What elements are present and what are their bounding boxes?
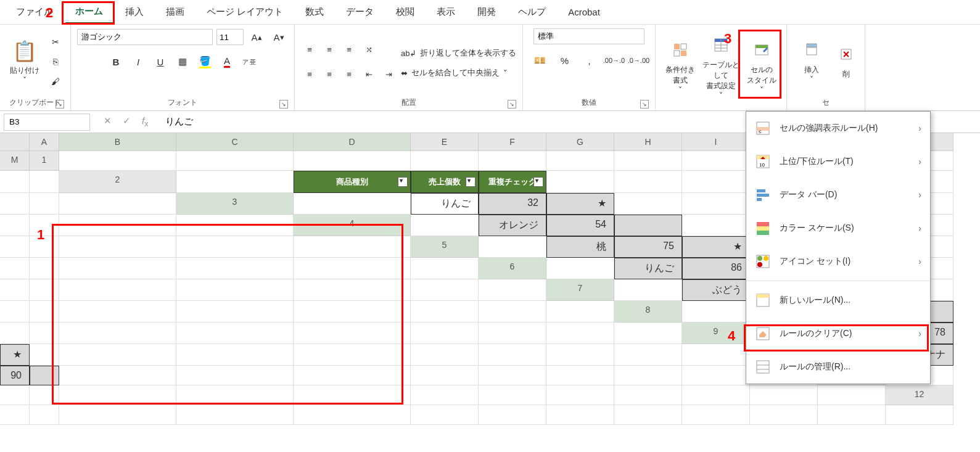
cell[interactable] (0, 193, 30, 215)
insert-function-button[interactable]: fx (142, 115, 148, 128)
font-name-input[interactable] (77, 29, 213, 45)
table-cell[interactable]: りんご (614, 258, 682, 279)
cell[interactable] (30, 344, 59, 366)
cell[interactable] (682, 301, 750, 323)
fill-color-button[interactable]: 🪣 (196, 53, 214, 70)
percent-format-button[interactable]: % (554, 52, 575, 69)
table-cell[interactable]: 桃 (546, 236, 614, 258)
table-cell[interactable]: りんご (411, 193, 479, 215)
number-format-select[interactable] (533, 28, 644, 44)
cell[interactable] (30, 405, 59, 425)
cut-button[interactable]: ✂ (47, 35, 64, 49)
cell[interactable] (479, 344, 546, 366)
column-header[interactable]: C (176, 133, 294, 151)
table-cell[interactable]: 32 (479, 193, 546, 215)
cf-data-bars-item[interactable]: データ バー(D) › (746, 178, 930, 212)
cell[interactable] (546, 258, 614, 279)
comma-format-button[interactable]: , (579, 52, 599, 69)
cell[interactable] (176, 171, 294, 193)
cell[interactable] (294, 323, 411, 344)
cell[interactable] (30, 193, 59, 215)
cell[interactable] (294, 279, 411, 301)
tab-acrobat[interactable]: Acrobat (558, 2, 610, 22)
tab-data[interactable]: データ (336, 1, 384, 23)
cell[interactable] (176, 344, 294, 366)
tab-help[interactable]: ヘルプ (508, 1, 556, 23)
tab-view[interactable]: 表示 (427, 1, 465, 23)
italic-button[interactable]: I (129, 53, 147, 70)
table-header-cell[interactable]: 商品種別 (294, 171, 411, 193)
table-header-cell[interactable]: 重複チェック (479, 171, 546, 193)
cell[interactable] (614, 344, 682, 366)
delete-cells-button[interactable]: 削 (834, 31, 859, 92)
cell[interactable] (411, 323, 479, 344)
cell[interactable] (411, 258, 479, 279)
cell[interactable] (614, 151, 682, 171)
table-cell[interactable]: オレンジ (479, 215, 546, 236)
cell[interactable] (546, 385, 614, 405)
wrap-text-button[interactable]: ab↲ 折り返して全体を表示する (401, 47, 516, 59)
cell[interactable] (294, 366, 411, 385)
cell[interactable] (30, 258, 59, 279)
tab-formulas[interactable]: 数式 (295, 1, 334, 23)
table-cell[interactable]: ★ (0, 344, 30, 366)
table-cell[interactable]: ★ (546, 193, 614, 215)
font-dialog-launcher[interactable]: ↘ (279, 100, 288, 109)
format-painter-button[interactable]: 🖌 (47, 74, 64, 89)
row-header[interactable]: 9 (682, 323, 750, 344)
cell[interactable] (30, 301, 59, 323)
cell[interactable] (59, 323, 176, 344)
cell[interactable] (411, 385, 479, 405)
cell[interactable] (411, 366, 479, 385)
cell[interactable] (614, 366, 682, 385)
align-right-button[interactable]: ≡ (340, 65, 358, 83)
column-header[interactable]: F (479, 133, 546, 151)
cell[interactable] (59, 236, 176, 258)
border-button[interactable]: ▦ (173, 53, 192, 70)
tab-developer[interactable]: 開発 (467, 1, 506, 23)
cell[interactable] (294, 385, 411, 405)
column-header[interactable]: G (546, 133, 614, 151)
cell[interactable] (0, 279, 30, 301)
table-cell[interactable]: 90 (0, 366, 30, 385)
cell-styles-button[interactable]: セルの スタイル ˅ (743, 36, 780, 98)
cf-new-rule-item[interactable]: 新しいルール(N)... (746, 284, 930, 317)
row-header[interactable]: 3 (176, 193, 294, 215)
copy-button[interactable]: ⎘ (47, 54, 64, 69)
cell[interactable] (59, 366, 176, 385)
cell[interactable] (30, 323, 59, 344)
cell[interactable] (411, 301, 479, 323)
cell[interactable] (59, 151, 176, 171)
tab-file[interactable]: ファイル (6, 1, 63, 23)
column-header[interactable]: A (30, 133, 59, 151)
column-header[interactable]: H (614, 133, 682, 151)
select-all-corner[interactable] (0, 133, 30, 151)
insert-cells-button[interactable]: 挿入 ˅ (793, 31, 830, 92)
cell[interactable] (0, 258, 30, 279)
cell[interactable] (30, 385, 59, 405)
row-header[interactable]: 1 (30, 151, 59, 171)
cell[interactable] (614, 323, 682, 344)
cell[interactable] (0, 215, 30, 236)
table-cell[interactable]: 75 (614, 236, 682, 258)
row-header[interactable]: 6 (479, 258, 546, 279)
cell[interactable] (479, 236, 546, 258)
cell[interactable] (886, 405, 953, 425)
accounting-format-button[interactable]: 💴 (529, 52, 550, 69)
cell[interactable] (59, 258, 176, 279)
cell[interactable] (682, 405, 750, 425)
cell[interactable] (818, 385, 886, 405)
cell[interactable] (59, 344, 176, 366)
cell[interactable] (59, 301, 176, 323)
table-cell[interactable] (614, 215, 682, 236)
cell[interactable] (294, 236, 411, 258)
increase-font-button[interactable]: A▴ (247, 28, 266, 46)
cell[interactable] (0, 301, 30, 323)
cell[interactable] (546, 344, 614, 366)
cell[interactable] (176, 279, 294, 301)
cell[interactable] (411, 215, 479, 236)
cell[interactable] (614, 385, 682, 405)
column-header[interactable]: B (59, 133, 176, 151)
paste-button[interactable]: 📋 貼り付け ˅ (6, 31, 43, 92)
row-header[interactable]: 2 (59, 171, 176, 193)
